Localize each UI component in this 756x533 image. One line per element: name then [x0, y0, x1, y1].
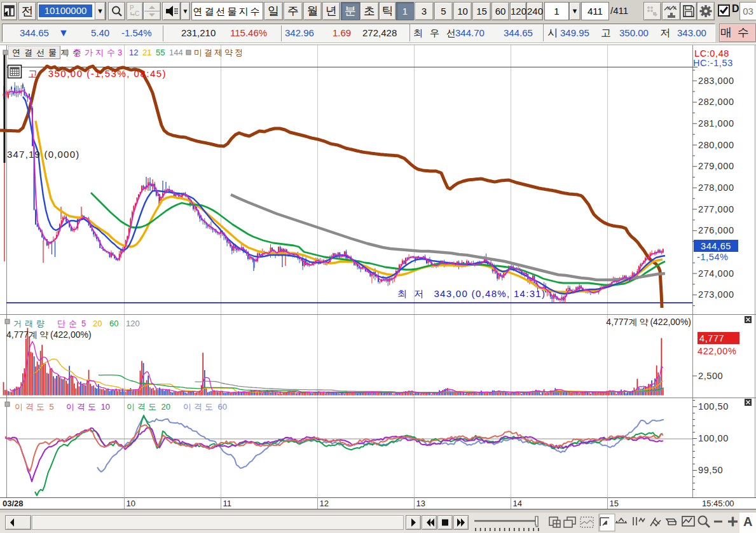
svg-text:14: 14	[513, 499, 522, 508]
svg-text:277,000: 277,000	[698, 204, 734, 214]
svg-text:이격도 5: 이격도 5	[15, 402, 54, 412]
svg-text:100,00: 100,00	[698, 433, 729, 443]
svg-text:이격도 10: 이격도 10	[66, 402, 110, 412]
svg-text:4,777: 4,777	[699, 333, 724, 343]
svg-text:지수: 지수	[95, 48, 118, 57]
svg-text:HC:-1,53: HC:-1,53	[693, 58, 733, 68]
svg-text:20: 20	[93, 319, 102, 328]
svg-text:273,000: 273,000	[698, 289, 734, 300]
svg-text:3: 3	[118, 48, 122, 57]
svg-text:144: 144	[169, 48, 183, 57]
svg-text:단순: 단순	[57, 319, 80, 328]
svg-text:최저 343,00 (0,48%, 14:31): 최저 343,00 (0,48%, 14:31)	[397, 288, 546, 299]
svg-text:281,000: 281,000	[698, 118, 734, 128]
svg-text:2,500: 2,500	[698, 371, 723, 381]
svg-text:LC:0,48: LC:0,48	[694, 48, 729, 59]
svg-text:11: 11	[223, 499, 232, 508]
svg-text:276,000: 276,000	[698, 225, 734, 235]
svg-text:60: 60	[109, 319, 118, 328]
svg-text:이격도 20: 이격도 20	[127, 402, 170, 412]
svg-text:15: 15	[610, 499, 619, 508]
svg-text:21: 21	[142, 48, 151, 57]
svg-text:100,50: 100,50	[698, 401, 729, 412]
svg-text:거래량: 거래량	[13, 319, 48, 328]
svg-text:274,000: 274,000	[698, 268, 734, 279]
svg-text:5: 5	[81, 319, 86, 328]
svg-text:99,50: 99,50	[698, 465, 723, 475]
svg-text:미결제약정: 미결제약정	[194, 48, 245, 57]
svg-text:13: 13	[416, 499, 425, 508]
svg-text:283,000: 283,000	[698, 76, 734, 86]
svg-text:최고 350,00 (-1,53%, 08:45): 최고 350,00 (-1,53%, 08:45)	[11, 68, 167, 79]
svg-text:12: 12	[320, 499, 329, 508]
svg-text:12: 12	[129, 48, 138, 57]
svg-text:120: 120	[126, 319, 140, 328]
svg-text:4,777계약(422,00%): 4,777계약(422,00%)	[6, 329, 92, 340]
svg-text:55: 55	[156, 48, 165, 57]
svg-text:422,00%: 422,00%	[698, 346, 736, 356]
svg-text:344,65: 344,65	[701, 241, 731, 251]
svg-text:종가: 종가	[73, 48, 96, 57]
svg-text:4,777계약(422,00%): 4,777계약(422,00%)	[606, 317, 691, 327]
svg-text:03/28: 03/28	[3, 499, 24, 508]
svg-text:280,000: 280,000	[698, 140, 734, 150]
svg-text:15:45:00: 15:45:00	[702, 499, 734, 508]
svg-text:282,000: 282,000	[698, 97, 734, 107]
svg-text:-1,54%: -1,54%	[697, 252, 729, 262]
svg-text:347,19 (0,000): 347,19 (0,000)	[7, 149, 79, 160]
svg-text:278,000: 278,000	[698, 183, 734, 193]
svg-text:279,000: 279,000	[698, 161, 734, 171]
svg-text:이격도 60: 이격도 60	[183, 402, 227, 412]
svg-text:10: 10	[127, 499, 135, 508]
